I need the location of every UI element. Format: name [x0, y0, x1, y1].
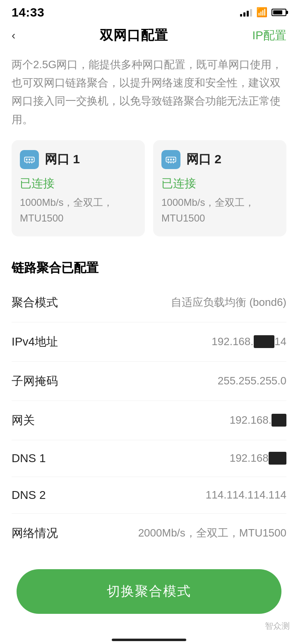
- action-button-container: 切换聚合模式: [0, 553, 298, 634]
- svg-rect-3: [31, 158, 33, 160]
- home-indicator: [0, 634, 298, 644]
- ip-config-button[interactable]: IP配置: [252, 28, 286, 43]
- row-subnet: 子网掩码 255.255.255.0: [12, 362, 286, 401]
- value-subnet: 255.255.255.0: [218, 374, 286, 387]
- port1-icon: [20, 150, 39, 169]
- value-aggregation-mode: 自适应负载均衡 (bond6): [171, 295, 286, 310]
- row-ipv4: IPv4地址 192.168. 14: [12, 322, 286, 362]
- port2-title: 网口 2: [186, 151, 221, 168]
- description-text: 两个2.5G网口，能提供多种网口配置，既可单网口使用，也可双网口链路聚合，以提升…: [0, 49, 298, 140]
- home-bar: [112, 639, 186, 641]
- redacted-gateway: [272, 414, 286, 427]
- network-card-port2: 网口 2 已连接 1000Mb/s，全双工，MTU1500: [153, 140, 286, 236]
- back-button[interactable]: ‹: [12, 29, 15, 42]
- port1-title: 网口 1: [45, 151, 80, 168]
- label-aggregation-mode: 聚合模式: [12, 295, 58, 310]
- value-gateway: 192.168.: [230, 414, 286, 427]
- label-dns2: DNS 2: [12, 489, 46, 502]
- signal-icon: [240, 8, 252, 17]
- label-ipv4: IPv4地址: [12, 334, 58, 350]
- value-dns1: 192.168: [230, 452, 286, 465]
- port2-info: 1000Mb/s，全双工，MTU1500: [161, 195, 278, 227]
- redacted-dns1: [269, 452, 286, 465]
- value-network-status: 2000Mb/s，全双工，MTU1500: [138, 526, 286, 540]
- port2-status: 已连接: [161, 176, 278, 191]
- row-network-status: 网络情况 2000Mb/s，全双工，MTU1500: [12, 514, 286, 553]
- page-title: 双网口配置: [100, 26, 168, 45]
- redacted-ipv4: [254, 335, 275, 348]
- row-aggregation-mode: 聚合模式 自适应负载均衡 (bond6): [12, 283, 286, 322]
- status-time: 14:33: [12, 5, 44, 19]
- nav-bar: ‹ 双网口配置 IP配置: [0, 22, 298, 49]
- port1-info: 1000Mb/s，全双工，MTU1500: [20, 195, 137, 227]
- switch-mode-button[interactable]: 切换聚合模式: [17, 569, 281, 614]
- info-rows: 聚合模式 自适应负载均衡 (bond6) IPv4地址 192.168. 14 …: [0, 283, 298, 553]
- watermark: 智众测: [265, 620, 290, 632]
- section-title: 链路聚合已配置: [0, 251, 298, 283]
- card-header-port2: 网口 2: [161, 150, 278, 169]
- network-card-port1: 网口 1 已连接 1000Mb/s，全双工，MTU1500: [12, 140, 145, 236]
- svg-rect-10: [173, 158, 175, 160]
- wifi-icon: 📶: [256, 7, 267, 18]
- row-dns2: DNS 2 114.114.114.114: [12, 477, 286, 514]
- port2-icon: [161, 150, 180, 169]
- svg-rect-2: [29, 158, 30, 160]
- label-subnet: 子网掩码: [12, 373, 58, 389]
- svg-rect-9: [170, 158, 172, 160]
- svg-rect-8: [168, 158, 169, 160]
- svg-rect-1: [26, 158, 28, 160]
- port1-status: 已连接: [20, 176, 137, 191]
- label-dns1: DNS 1: [12, 452, 46, 465]
- battery-icon: [272, 9, 286, 16]
- row-gateway: 网关 192.168.: [12, 401, 286, 440]
- value-ipv4: 192.168. 14: [211, 335, 286, 348]
- card-header-port1: 网口 1: [20, 150, 137, 169]
- value-dns2: 114.114.114.114: [206, 489, 286, 501]
- status-icons: 📶: [240, 7, 286, 18]
- row-dns1: DNS 1 192.168: [12, 440, 286, 477]
- label-network-status: 网络情况: [12, 525, 58, 541]
- status-bar: 14:33 📶: [0, 0, 298, 22]
- label-gateway: 网关: [12, 413, 35, 428]
- network-cards: 网口 1 已连接 1000Mb/s，全双工，MTU1500 网口 2 已连接 1…: [0, 140, 298, 251]
